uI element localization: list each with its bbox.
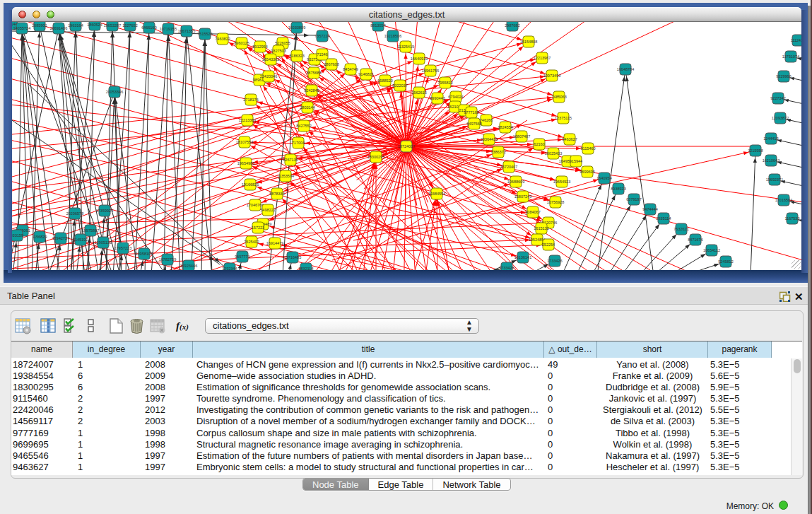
svg-text:6466160: 6466160 [141, 25, 156, 30]
svg-text:1145192: 1145192 [73, 238, 88, 242]
svg-text:8186323: 8186323 [289, 54, 304, 58]
svg-text:8322037: 8322037 [392, 83, 407, 88]
svg-text:2803144: 2803144 [300, 105, 314, 110]
svg-text:10654112: 10654112 [703, 248, 720, 252]
svg-text:19975867: 19975867 [82, 228, 99, 233]
svg-text:1527602: 1527602 [122, 23, 137, 28]
svg-text:16033809: 16033809 [288, 25, 305, 30]
svg-text:10756928: 10756928 [547, 200, 564, 204]
svg-text:5226055: 5226055 [275, 41, 290, 45]
svg-text:9463627: 9463627 [562, 137, 577, 141]
svg-text:9733428: 9733428 [499, 266, 514, 270]
svg-text:10653287: 10653287 [104, 23, 121, 28]
svg-text:9699695: 9699695 [579, 170, 594, 174]
svg-text:10688609: 10688609 [507, 180, 524, 184]
svg-text:20053346: 20053346 [106, 90, 123, 94]
svg-text:8267130: 8267130 [283, 158, 298, 162]
svg-text:17957223: 17957223 [114, 246, 131, 250]
svg-text:13751074: 13751074 [782, 54, 799, 59]
svg-text:6794024: 6794024 [448, 95, 463, 99]
svg-text:14055724: 14055724 [13, 26, 30, 30]
svg-text:9115460: 9115460 [580, 146, 595, 151]
svg-text:12942737: 12942737 [52, 236, 69, 240]
svg-text:15720407: 15720407 [500, 165, 517, 169]
svg-text:19654985: 19654985 [237, 161, 254, 165]
svg-text:17046766: 17046766 [247, 203, 264, 207]
svg-text:20691406: 20691406 [50, 26, 67, 30]
svg-text:22420046: 22420046 [260, 74, 277, 78]
svg-text:933159: 933159 [12, 233, 23, 238]
svg-text:19384554: 19384554 [428, 192, 445, 196]
svg-text:3875685: 3875685 [306, 71, 321, 75]
svg-text:9242845: 9242845 [304, 88, 319, 93]
svg-text:8938923: 8938923 [611, 187, 625, 191]
svg-text:7463822: 7463822 [215, 37, 230, 41]
svg-text:16782759: 16782759 [159, 257, 176, 262]
svg-text:8912954: 8912954 [252, 45, 267, 49]
svg-text:9474444: 9474444 [642, 207, 657, 211]
svg-text:12375115: 12375115 [555, 116, 572, 120]
svg-text:7386372: 7386372 [490, 150, 505, 154]
svg-text:2987682: 2987682 [505, 23, 519, 28]
svg-text:2935114: 2935114 [656, 216, 671, 221]
svg-text:3215958: 3215958 [748, 148, 763, 153]
svg-text:9329966: 9329966 [776, 74, 791, 78]
svg-text:12093872: 12093872 [772, 116, 789, 120]
svg-text:1615132: 1615132 [534, 226, 548, 230]
svg-text:8427552: 8427552 [296, 124, 311, 128]
svg-text:16961755: 16961755 [422, 69, 439, 73]
svg-text:9146821: 9146821 [358, 72, 373, 76]
svg-text:9245812: 9245812 [718, 259, 733, 264]
svg-text:5498222: 5498222 [260, 208, 275, 212]
svg-text:11325419: 11325419 [397, 45, 414, 49]
svg-text:18107554: 18107554 [236, 140, 253, 144]
svg-text:16210643: 16210643 [763, 158, 779, 163]
svg-text:12905135: 12905135 [95, 240, 112, 245]
svg-text:157223: 157223 [252, 226, 264, 230]
svg-text:71546: 71546 [317, 52, 327, 57]
svg-text:19218506: 19218506 [384, 34, 401, 38]
svg-text:8813054: 8813054 [370, 23, 385, 28]
svg-text:18724007: 18724007 [398, 144, 415, 148]
svg-text:8960125: 8960125 [234, 41, 249, 45]
svg-text:19654923: 19654923 [553, 180, 570, 184]
svg-text:9777169: 9777169 [464, 110, 478, 115]
svg-text:8471676: 8471676 [688, 238, 702, 242]
svg-text:252254: 252254 [542, 243, 555, 247]
svg-text:11353594: 11353594 [277, 174, 294, 178]
svg-text:20206578: 20206578 [66, 211, 83, 216]
svg-text:1112437: 1112437 [791, 38, 801, 42]
svg-text:1963164: 1963164 [68, 23, 83, 28]
svg-text:1167533: 1167533 [784, 216, 799, 221]
svg-text:1588520: 1588520 [377, 78, 392, 83]
svg-text:16640910: 16640910 [411, 57, 428, 61]
svg-text:20364436: 20364436 [481, 137, 498, 141]
svg-text:10719155: 10719155 [160, 27, 177, 31]
svg-text:12213967: 12213967 [534, 56, 551, 60]
svg-text:7955812: 7955812 [437, 81, 452, 85]
svg-text:9327503: 9327503 [271, 49, 286, 53]
svg-text:12923446: 12923446 [180, 264, 197, 268]
svg-text:1562615: 1562615 [411, 90, 426, 95]
svg-text:10958107: 10958107 [136, 252, 153, 256]
svg-text:1244415: 1244415 [763, 136, 778, 141]
svg-text:10807487: 10807487 [513, 134, 530, 139]
svg-text:1292344: 1292344 [222, 267, 237, 270]
svg-text:62160: 62160 [534, 142, 544, 146]
svg-text:2085901: 2085901 [32, 23, 47, 28]
svg-text:8454749: 8454749 [343, 67, 358, 71]
svg-text:2718176: 2718176 [243, 98, 258, 102]
svg-text:9657771: 9657771 [235, 255, 249, 259]
svg-text:1640954: 1640954 [596, 176, 611, 180]
svg-text:10973493: 10973493 [543, 74, 560, 78]
svg-text:15807249: 15807249 [514, 194, 531, 199]
svg-text:8878334: 8878334 [269, 192, 284, 196]
svg-text:8990443: 8990443 [430, 96, 445, 100]
svg-text:915944: 915944 [570, 159, 582, 163]
svg-text:17359924: 17359924 [96, 209, 113, 213]
svg-text:16671355: 16671355 [178, 29, 195, 33]
svg-text:16648784: 16648784 [617, 67, 634, 71]
svg-text:2867608: 2867608 [324, 62, 339, 66]
svg-text:7625402: 7625402 [244, 240, 259, 244]
svg-text:16914479: 16914479 [266, 241, 283, 245]
